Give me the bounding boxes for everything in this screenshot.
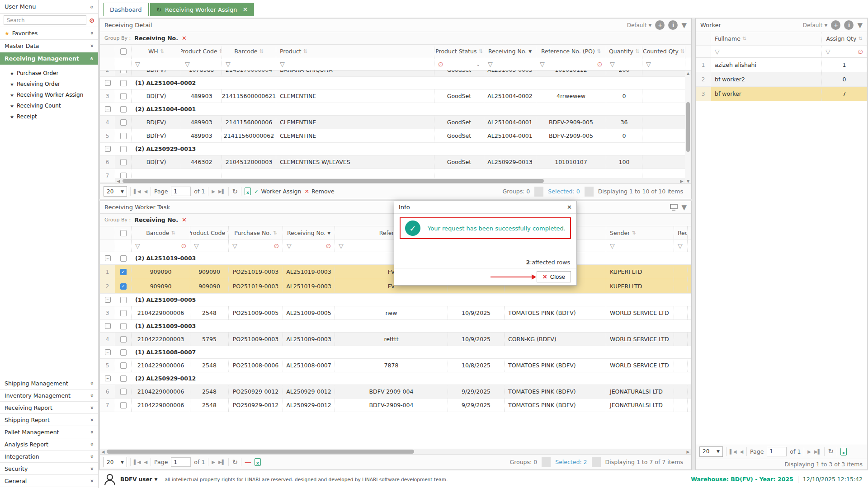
add-icon[interactable]: +	[655, 20, 665, 30]
worker-assign-button[interactable]: ✓ Worker Assign	[254, 188, 301, 195]
table-row[interactable]: 621042290000062548PO250929-0012AL250929-…	[100, 385, 691, 399]
filter-funnel-icon[interactable]: ▽	[646, 61, 651, 68]
column-header-Sender[interactable]: Sender⇅	[606, 226, 674, 239]
table-row[interactable]: 321042290000062548PO251009-0005AL251009-…	[100, 306, 691, 320]
scroll-left-icon[interactable]: ◀	[115, 179, 122, 183]
filter-funnel-icon[interactable]: ▽	[540, 61, 545, 68]
clear-search-icon[interactable]: ⊘	[89, 17, 94, 24]
row-checkbox[interactable]	[120, 159, 127, 165]
group-checkbox[interactable]	[120, 80, 127, 86]
row-checkbox[interactable]	[120, 362, 127, 369]
header-checkbox[interactable]	[120, 230, 127, 236]
refresh-tab-icon[interactable]: ↻	[156, 6, 161, 13]
sort-icon[interactable]: ⇅	[273, 230, 277, 236]
sort-desc-icon[interactable]: ▼	[528, 49, 532, 54]
page-input[interactable]	[171, 457, 191, 467]
collapse-group-icon[interactable]: –	[105, 106, 111, 112]
page-input[interactable]	[171, 187, 191, 196]
filter-funnel-icon[interactable]: ▽	[135, 242, 140, 249]
scroll-left-icon[interactable]: ◀	[100, 450, 106, 454]
refresh-icon[interactable]: ↻	[232, 188, 238, 196]
filter-funnel-icon[interactable]: ▽	[287, 242, 292, 249]
column-header-Barcode[interactable]: Barcode⇅	[132, 226, 190, 239]
table-row[interactable]: 2bf worker20	[696, 72, 867, 87]
row-checkbox[interactable]	[120, 133, 127, 139]
column-header-Receiving No.[interactable]: Receiving No.▼	[484, 45, 536, 58]
sidebar-item-receipt[interactable]: ★Receipt	[0, 111, 98, 122]
prev-page-button[interactable]: ◀	[740, 449, 743, 454]
sort-icon[interactable]: ⇅	[259, 48, 264, 54]
column-header-Counted Qty[interactable]: Counted Qty⇅	[642, 45, 685, 58]
collapse-group-icon[interactable]: –	[105, 375, 111, 381]
clear-filter-icon[interactable]: ∅	[181, 243, 186, 249]
user-menu-button[interactable]: BDFV user▼	[120, 476, 157, 483]
group-checkbox[interactable]	[120, 323, 127, 329]
group-row[interactable]: –(1) AL251004-0002	[100, 77, 691, 89]
column-header-Rec[interactable]: Rec⇅	[674, 226, 688, 239]
filter-funnel-icon[interactable]: ▽	[232, 242, 237, 249]
row-checkbox[interactable]: ✓	[120, 269, 127, 275]
collapse-group-icon[interactable]: –	[105, 80, 111, 86]
column-header-Product Code[interactable]: Product Code⇅	[190, 226, 229, 239]
row-checkbox[interactable]: ✓	[120, 283, 127, 290]
sidebar-item-security[interactable]: Security«	[0, 463, 98, 475]
column-header-Receiving No.[interactable]: Receiving No.▼	[283, 226, 335, 239]
last-page-button[interactable]: ▶▌	[218, 189, 225, 194]
collapse-sidebar-icon[interactable]: «	[90, 3, 94, 10]
sort-icon[interactable]: ⇅	[742, 36, 746, 42]
column-header-Quantity[interactable]: Quantity⇅	[606, 45, 642, 58]
filter-funnel-icon[interactable]: ▽	[488, 61, 493, 68]
clear-filter-icon[interactable]: ∅	[438, 61, 443, 68]
sort-desc-icon[interactable]: ▼	[327, 231, 330, 235]
group-checkbox[interactable]	[120, 146, 127, 152]
filter-funnel-icon[interactable]: ▽	[226, 61, 231, 68]
group-checkbox[interactable]	[120, 349, 127, 356]
group-row[interactable]: –(2) AL250929-0013	[100, 143, 691, 155]
row-checkbox[interactable]	[120, 70, 127, 73]
sort-icon[interactable]: ⇅	[479, 48, 483, 54]
sort-icon[interactable]: ⇅	[303, 48, 307, 54]
close-tab-icon[interactable]: ✕	[243, 6, 248, 13]
add-icon[interactable]: +	[831, 20, 840, 30]
group-row[interactable]: –(1) AL251009-0003	[100, 320, 691, 333]
sidebar-item-master-data[interactable]: Master Data «	[0, 40, 98, 52]
selected-count[interactable]: Selected: 0	[543, 188, 584, 195]
sort-icon[interactable]: ⇅	[160, 48, 164, 54]
collapse-group-icon[interactable]: –	[105, 255, 111, 261]
excel-export-icon[interactable]: x	[255, 458, 261, 466]
next-page-button[interactable]: ▶	[807, 449, 811, 454]
sort-icon[interactable]: ⇅	[680, 48, 684, 54]
excel-export-icon[interactable]: x	[840, 448, 847, 455]
next-page-button[interactable]: ▶	[212, 189, 215, 194]
preset-dropdown[interactable]: Default▼	[627, 22, 652, 28]
table-row[interactable]: 3bf worker7	[696, 87, 867, 101]
header-checkbox[interactable]	[120, 48, 127, 55]
filter-funnel-icon[interactable]: ▽	[135, 61, 140, 68]
row-checkbox[interactable]	[120, 336, 127, 343]
remove-button[interactable]: ✕ Remove	[304, 188, 334, 195]
filter-funnel-icon[interactable]: ▽	[610, 61, 615, 68]
filter-funnel-icon[interactable]: ▽	[715, 48, 720, 55]
table-row[interactable]: 5BD(FV)48990321411560000062CLEMENTINEGoo…	[100, 129, 691, 143]
selected-count[interactable]: Selected: 2	[551, 459, 591, 465]
tab-receiving-worker-assign[interactable]: ↻ Receiving Worker Assign ✕	[150, 3, 254, 16]
search-input[interactable]	[4, 15, 86, 25]
column-header-Barcode[interactable]: Barcode⇅	[222, 45, 276, 58]
table-row[interactable]: 521042290000062548PO251008-0006AL251008-…	[100, 359, 691, 372]
next-page-button[interactable]: ▶	[212, 460, 215, 465]
row-checkbox[interactable]	[120, 93, 127, 99]
sidebar-item-inventory-management[interactable]: Inventory Management«	[0, 389, 98, 402]
scroll-right-icon[interactable]: ▶	[685, 450, 691, 454]
column-header-Assign Qty[interactable]: Assign Qty⇅	[822, 32, 867, 45]
prev-page-button[interactable]: ◀	[144, 460, 147, 465]
row-checkbox[interactable]	[120, 389, 127, 395]
group-row[interactable]: –(2) AL250929-0012	[100, 372, 691, 385]
collapse-group-icon[interactable]: –	[105, 323, 111, 329]
vertical-scrollbar[interactable]: ▲ ▼	[685, 70, 691, 184]
sort-icon[interactable]: ⇅	[171, 230, 175, 236]
table-row[interactable]: 1azizeh alishahi1	[696, 58, 867, 72]
sort-icon[interactable]: ⇅	[597, 48, 601, 54]
table-row[interactable]: 6BD(FV)4463022104512000003CLEMENTINES W/…	[100, 155, 691, 169]
column-header-Product Status[interactable]: Product Status⇅	[434, 45, 484, 58]
column-header-Fullname[interactable]: Fullname⇅	[711, 32, 822, 45]
